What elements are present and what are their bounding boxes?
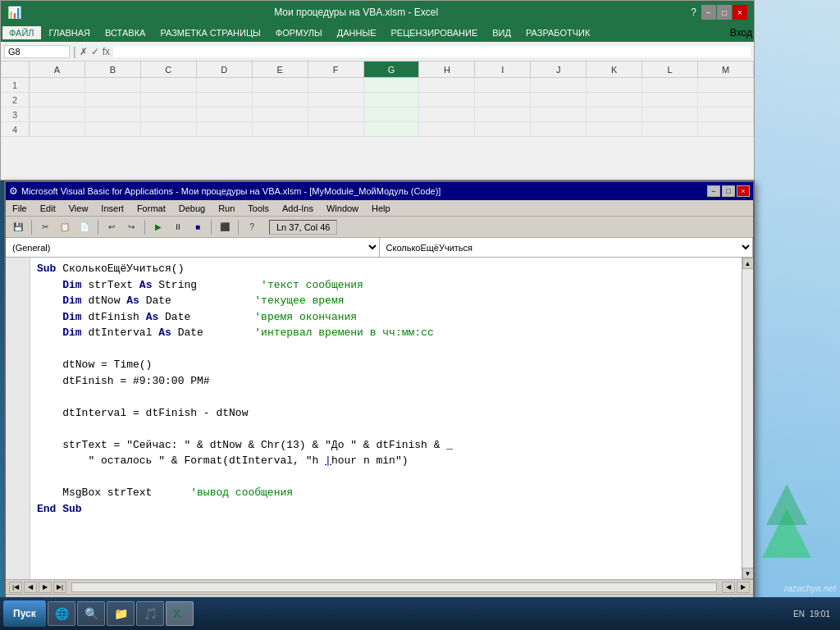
cell-a1[interactable] bbox=[30, 78, 85, 92]
cell-h3[interactable] bbox=[419, 107, 475, 121]
cell-k2[interactable] bbox=[587, 93, 642, 107]
tb-copy-button[interactable]: 📋 bbox=[56, 219, 74, 235]
h-scroll-track[interactable] bbox=[71, 582, 717, 592]
cell-f4[interactable] bbox=[308, 122, 364, 136]
menu-file[interactable]: File bbox=[6, 202, 34, 215]
tb-redo-button[interactable]: ↪ bbox=[122, 219, 140, 235]
cell-m3[interactable] bbox=[698, 107, 754, 121]
cell-e3[interactable] bbox=[253, 107, 308, 121]
cell-d2[interactable] bbox=[197, 93, 253, 107]
cell-l3[interactable] bbox=[642, 107, 698, 121]
col-header-g[interactable]: G bbox=[364, 62, 420, 77]
scroll-left-button[interactable]: ◀ bbox=[722, 582, 735, 593]
scroll-up-button[interactable]: ▲ bbox=[742, 258, 754, 269]
help-icon[interactable]: ? bbox=[691, 7, 696, 18]
cell-c3[interactable] bbox=[141, 107, 197, 121]
menu-help[interactable]: Help bbox=[365, 202, 397, 215]
cell-g3[interactable] bbox=[364, 107, 420, 121]
scroll-right-button[interactable]: ▶ bbox=[737, 582, 750, 593]
excel-maximize-button[interactable]: □ bbox=[717, 5, 732, 20]
menu-run[interactable]: Run bbox=[212, 202, 241, 215]
tab-view[interactable]: ВИД bbox=[486, 26, 518, 39]
nav-next-button[interactable]: ▶ bbox=[39, 582, 52, 593]
cell-e1[interactable] bbox=[253, 78, 308, 92]
cell-k1[interactable] bbox=[587, 78, 642, 92]
tb-help-button[interactable]: ? bbox=[243, 219, 261, 235]
vba-minimize-button[interactable]: − bbox=[707, 185, 720, 197]
cell-d4[interactable] bbox=[197, 122, 253, 136]
col-header-e[interactable]: E bbox=[253, 62, 308, 77]
cell-g2[interactable] bbox=[364, 93, 420, 107]
cell-m1[interactable] bbox=[698, 78, 754, 92]
start-button[interactable]: Пуск bbox=[3, 600, 46, 627]
formula-function-icon[interactable]: fx bbox=[103, 46, 110, 57]
menu-debug[interactable]: Debug bbox=[172, 202, 212, 215]
scroll-track[interactable] bbox=[742, 269, 753, 568]
cell-i4[interactable] bbox=[475, 122, 531, 136]
taskbar-item-browser[interactable]: 🌐 bbox=[48, 601, 75, 626]
login-link[interactable]: Вход bbox=[730, 27, 752, 39]
tb-cut-button[interactable]: ✂ bbox=[36, 219, 54, 235]
cell-c1[interactable] bbox=[141, 78, 197, 92]
cell-d1[interactable] bbox=[197, 78, 253, 92]
col-header-k[interactable]: K bbox=[587, 62, 642, 77]
col-header-l[interactable]: L bbox=[642, 62, 698, 77]
cell-l1[interactable] bbox=[642, 78, 698, 92]
tab-formulas[interactable]: ФОРМУЛЫ bbox=[269, 26, 329, 39]
col-header-f[interactable]: F bbox=[308, 62, 364, 77]
taskbar-item-search[interactable]: 🔍 bbox=[77, 601, 105, 626]
cell-a4[interactable] bbox=[30, 122, 85, 136]
tb-undo-button[interactable]: ↩ bbox=[103, 219, 121, 235]
menu-addins[interactable]: Add-Ins bbox=[276, 202, 320, 215]
cell-b2[interactable] bbox=[85, 93, 141, 107]
tb-paste-button[interactable]: 📄 bbox=[75, 219, 94, 235]
cell-h1[interactable] bbox=[419, 78, 475, 92]
tb-breakpoint-button[interactable]: ⬛ bbox=[216, 219, 234, 235]
code-content[interactable]: Sub СколькоЕщёУчиться() Dim strText As S… bbox=[30, 258, 742, 579]
cell-j1[interactable] bbox=[531, 78, 587, 92]
tb-run-button[interactable]: ▶ bbox=[149, 219, 167, 235]
tb-stop-button[interactable]: ■ bbox=[189, 219, 207, 235]
cell-b4[interactable] bbox=[85, 122, 141, 136]
cell-g1[interactable] bbox=[364, 78, 420, 92]
col-header-c[interactable]: C bbox=[141, 62, 197, 77]
cell-j4[interactable] bbox=[531, 122, 587, 136]
cell-h2[interactable] bbox=[419, 93, 475, 107]
cell-i1[interactable] bbox=[475, 78, 531, 92]
menu-tools[interactable]: Tools bbox=[241, 202, 276, 215]
tb-pause-button[interactable]: ⏸ bbox=[169, 219, 187, 235]
formula-input[interactable] bbox=[113, 46, 751, 57]
formula-cancel-icon[interactable]: ✗ bbox=[80, 46, 88, 57]
taskbar-item-folder[interactable]: 📁 bbox=[107, 601, 135, 626]
cell-k4[interactable] bbox=[587, 122, 642, 136]
col-header-i[interactable]: I bbox=[475, 62, 531, 77]
cell-f3[interactable] bbox=[308, 107, 364, 121]
col-header-h[interactable]: H bbox=[419, 62, 475, 77]
cell-g4[interactable] bbox=[364, 122, 420, 136]
cell-l4[interactable] bbox=[642, 122, 698, 136]
cell-f1[interactable] bbox=[308, 78, 364, 92]
name-box[interactable] bbox=[4, 45, 70, 58]
menu-edit[interactable]: Edit bbox=[34, 202, 62, 215]
col-header-a[interactable]: A bbox=[30, 62, 85, 77]
cell-a3[interactable] bbox=[30, 107, 85, 121]
cell-c2[interactable] bbox=[141, 93, 197, 107]
formula-enter-icon[interactable]: ✓ bbox=[91, 46, 99, 57]
excel-close-button[interactable]: × bbox=[733, 5, 747, 20]
vba-maximize-button[interactable]: □ bbox=[722, 185, 735, 197]
tab-page-layout[interactable]: РАЗМЕТКА СТРАНИЦЫ bbox=[153, 26, 267, 39]
cell-h4[interactable] bbox=[419, 122, 475, 136]
cell-f2[interactable] bbox=[308, 93, 364, 107]
cell-j2[interactable] bbox=[531, 93, 587, 107]
vba-proc-dropdown[interactable]: СколькоЕщёУчиться bbox=[380, 238, 754, 257]
nav-prev-button[interactable]: ◀ bbox=[24, 582, 37, 593]
menu-view[interactable]: View bbox=[62, 202, 95, 215]
cell-c4[interactable] bbox=[141, 122, 197, 136]
tab-review[interactable]: РЕЦЕНЗИРОВАНИЕ bbox=[384, 26, 484, 39]
tb-save-button[interactable]: 💾 bbox=[9, 219, 27, 235]
col-header-b[interactable]: B bbox=[85, 62, 141, 77]
taskbar-item-media[interactable]: 🎵 bbox=[136, 601, 164, 626]
cell-a2[interactable] bbox=[30, 93, 85, 107]
vba-close-button[interactable]: × bbox=[737, 185, 750, 197]
tab-insert[interactable]: ВСТАВКА bbox=[98, 26, 152, 39]
